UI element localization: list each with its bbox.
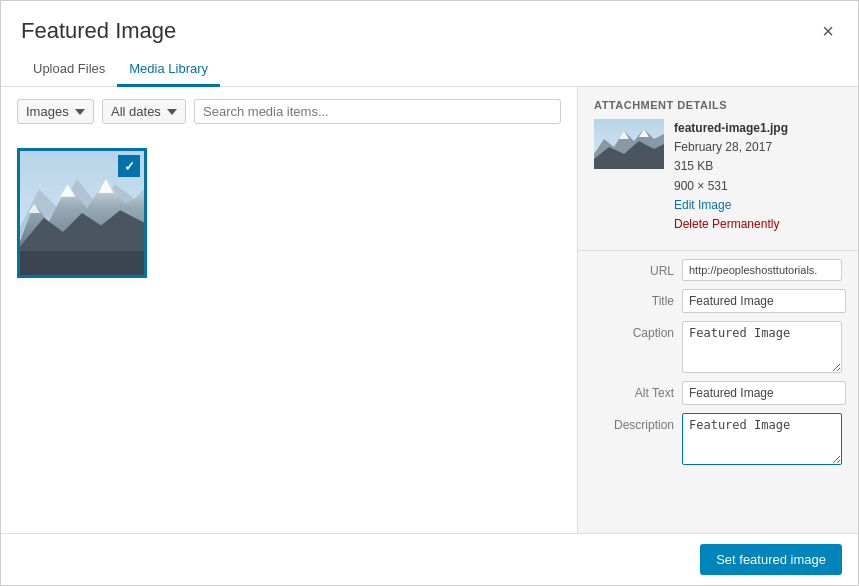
attachment-thumbnail <box>594 119 664 169</box>
url-input[interactable] <box>682 259 842 281</box>
attachment-meta: featured-image1.jpg February 28, 2017 31… <box>674 119 788 234</box>
title-input[interactable] <box>682 289 846 313</box>
media-grid: ✓ <box>1 136 577 533</box>
edit-image-link[interactable]: Edit Image <box>674 198 731 212</box>
caption-input[interactable]: Featured Image <box>682 321 842 373</box>
attachment-details-panel: ATTACHMENT DETAILS <box>578 87 858 533</box>
filter-bar: Images All dates <box>1 87 577 136</box>
dialog-body: Images All dates <box>1 87 858 533</box>
type-filter-select[interactable]: Images <box>17 99 94 124</box>
title-label: Title <box>594 289 674 308</box>
divider <box>578 250 858 251</box>
url-label: URL <box>594 259 674 278</box>
caption-label: Caption <box>594 321 674 340</box>
alt-label: Alt Text <box>594 381 674 400</box>
tab-media-library[interactable]: Media Library <box>117 53 220 87</box>
tab-bar: Upload Files Media Library <box>1 53 858 87</box>
url-field-row: URL <box>578 255 858 285</box>
date-filter-select[interactable]: All dates <box>102 99 186 124</box>
caption-field-row: Caption Featured Image <box>578 317 858 377</box>
attachment-thumb-img <box>594 119 664 169</box>
media-left-panel: Images All dates <box>1 87 578 533</box>
attachment-date: February 28, 2017 <box>674 138 788 157</box>
close-button[interactable]: × <box>818 17 838 45</box>
attachment-size: 315 KB <box>674 157 788 176</box>
dialog-title: Featured Image <box>21 18 176 44</box>
alt-field-row: Alt Text <box>578 377 858 409</box>
description-input[interactable]: Featured Image <box>682 413 842 465</box>
search-input[interactable] <box>194 99 561 124</box>
media-item[interactable]: ✓ <box>17 148 147 278</box>
description-label: Description <box>594 413 674 432</box>
attachment-info: featured-image1.jpg February 28, 2017 31… <box>578 119 858 246</box>
attachment-filename: featured-image1.jpg <box>674 119 788 138</box>
dialog-footer: Set featured image <box>1 533 858 585</box>
attachment-details-title: ATTACHMENT DETAILS <box>578 87 858 119</box>
featured-image-dialog: Featured Image × Upload Files Media Libr… <box>0 0 859 586</box>
svg-rect-7 <box>20 251 144 275</box>
title-field-row: Title <box>578 285 858 317</box>
selection-checkmark: ✓ <box>118 155 140 177</box>
alt-input[interactable] <box>682 381 846 405</box>
set-featured-image-button[interactable]: Set featured image <box>700 544 842 575</box>
dialog-header: Featured Image × <box>1 1 858 45</box>
delete-permanently-link[interactable]: Delete Permanently <box>674 217 779 231</box>
tab-upload-files[interactable]: Upload Files <box>21 53 117 87</box>
description-field-row: Description Featured Image <box>578 409 858 469</box>
attachment-dimensions: 900 × 531 <box>674 177 788 196</box>
